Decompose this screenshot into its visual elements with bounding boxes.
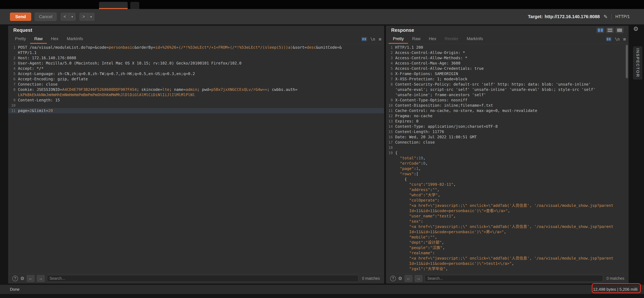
code-line: 8Cookie: JSESSIONID=A4CD4E79F3B246F52686… (8, 87, 384, 92)
help-icon[interactable]: ? (12, 276, 18, 281)
code-line: 15Content-Length: 11776 (386, 129, 628, 134)
line-number: 12 (386, 113, 395, 119)
code-line: "rows":[ (386, 171, 628, 177)
help-icon[interactable]: ? (390, 276, 396, 281)
line-number: 8 (8, 87, 18, 92)
target-label: Target: (528, 14, 543, 19)
columns-view-icon[interactable] (606, 37, 612, 41)
request-tab-bar: PrettyRawHexMarkInfo \n ≡ (8, 35, 384, 44)
repeater-message-tab-add[interactable] (130, 2, 139, 9)
code-line: 10Content-Disposition: inline;filename=f… (386, 103, 628, 108)
code-line: "<a href=\"javascript:;\" onclick=\"addT… (386, 203, 628, 208)
response-editor[interactable]: 1HTTP/1.1 2002Access-Control-Allow-Origi… (386, 44, 628, 273)
history-back-dropdown[interactable]: ▾ (69, 13, 76, 21)
line-number (386, 198, 395, 203)
editor-menu-button[interactable]: ≡ (379, 36, 382, 42)
code-line: 2Access-Control-Allow-Origin: * (386, 50, 628, 55)
code-line: 5Access-Control-Allow-Credentials: true (386, 66, 628, 71)
request-editor-icons: \n ≡ (362, 36, 382, 44)
request-match-count: 0 matches (362, 276, 380, 281)
editor-menu-button[interactable]: ≡ (623, 36, 626, 42)
code-line: 12Pragma: no-cache (386, 113, 628, 119)
inspector-collapsed-tab[interactable]: INSPECTOR (633, 47, 642, 79)
prev-match-button[interactable]: ← (27, 275, 34, 282)
line-number (386, 224, 395, 229)
tab-raw[interactable]: Raw (30, 35, 47, 44)
code-line: 18 (386, 145, 628, 150)
line-number: 14 (386, 124, 395, 129)
code-line: "errCode":0, (386, 161, 628, 166)
response-search-input[interactable] (425, 275, 603, 282)
code-line: 14Content-Type: application/json;charset… (386, 124, 628, 129)
code-line: 8Content-Security-Policy: default-src 's… (386, 82, 628, 87)
code-line: "people":"汉族", (386, 245, 628, 250)
tab-pretty[interactable]: Pretty (11, 35, 30, 44)
response-scrollbar-thumb[interactable] (626, 45, 628, 78)
code-line: "zgxl":"大学毕业", (386, 266, 628, 271)
layout-stacked-button[interactable] (606, 28, 614, 33)
line-number: 6 (386, 71, 395, 76)
tab-hex[interactable]: Hex (47, 35, 63, 44)
line-number (386, 214, 395, 219)
response-search-bar: ? ⚙ ← → 0 matches (386, 273, 628, 283)
settings-gear-icon[interactable]: ⚙ (633, 26, 638, 32)
line-number (386, 235, 395, 240)
code-line: 6X-Frame-Options: SAMEORIGIN (386, 71, 628, 76)
target-url: http://172.16.140.176:8088 (545, 14, 600, 19)
code-line: "whcd":"大学", (386, 192, 628, 198)
code-line: 6Accept-Encoding: gzip, deflate (8, 76, 384, 82)
next-match-button[interactable]: → (37, 275, 44, 282)
response-panel: Response PrettyRawHexRenderMarkInfo \n ≡… (386, 26, 628, 283)
edit-target-icon[interactable]: ✎ (604, 14, 608, 20)
code-line: 4Access-Control-Max-Age: 3600 (386, 61, 628, 66)
search-settings-gear-icon[interactable]: ⚙ (20, 276, 24, 281)
line-number: 10 (8, 103, 18, 108)
line-number: 1 (386, 45, 395, 50)
line-number: 8 (386, 82, 395, 87)
tab-raw[interactable]: Raw (408, 35, 425, 44)
newline-toggle-button[interactable]: \n (615, 37, 620, 42)
code-line: 4Accept: */* (8, 66, 384, 71)
code-line: "<a href=\"javascript:;\" onclick=\"addT… (386, 256, 628, 261)
columns-view-icon[interactable] (362, 37, 367, 41)
code-line: "page":1, (386, 166, 628, 171)
code-line: 17Connection: close (386, 140, 628, 145)
newline-toggle-button[interactable]: \n (370, 37, 375, 42)
line-number (386, 266, 395, 271)
line-number: 3 (8, 61, 18, 66)
tab-hex[interactable]: Hex (425, 35, 440, 44)
tab-render: Render (440, 35, 463, 44)
toolbar-right-cluster: Target: http://172.16.140.176:8088 ✎ HTT… (528, 14, 630, 20)
tab-markinfo[interactable]: MarkInfo (462, 35, 487, 44)
search-settings-gear-icon[interactable]: ⚙ (398, 276, 402, 281)
tab-markinfo[interactable]: MarkInfo (63, 35, 87, 44)
tab-pretty[interactable]: Pretty (389, 35, 408, 44)
code-line: 7Connection: close (8, 82, 384, 87)
line-number: 6 (8, 76, 18, 82)
line-number: 3 (386, 55, 395, 61)
line-number: 4 (8, 66, 18, 71)
code-line: Id=11&id=11&code=personbasic')\">男<\/a>"… (386, 229, 628, 235)
line-number: 19 (386, 150, 395, 156)
response-title-row: Response (386, 26, 628, 35)
cancel-button[interactable]: Cancel (35, 13, 57, 21)
layout-side-by-side-button[interactable] (596, 28, 604, 33)
request-editor[interactable]: 1POST /oa/visual/moduleList.do?op=&code=… (8, 44, 384, 273)
send-button[interactable]: Send (10, 13, 31, 21)
request-search-input[interactable] (47, 275, 358, 282)
history-forward-button[interactable]: > (80, 13, 88, 21)
layout-single-button[interactable] (616, 28, 624, 33)
code-line: 5Accept-Language: zh-CN,zh;q=0.8,zh-TW;q… (8, 71, 384, 76)
status-done-text: Done (10, 287, 20, 292)
line-number: 15 (386, 129, 395, 134)
line-number (8, 50, 18, 55)
history-back-button[interactable]: < (61, 13, 69, 21)
repeater-message-tab-active[interactable] (99, 2, 128, 9)
prev-match-button[interactable]: ← (405, 275, 412, 282)
http-version-selector[interactable]: HTTP/1 (615, 14, 630, 19)
code-line: "user_name":"test1", (386, 214, 628, 219)
history-forward-dropdown[interactable]: ▾ (88, 13, 94, 21)
top-tab-strip (0, 0, 644, 9)
next-match-button[interactable]: → (415, 275, 422, 282)
line-number (386, 87, 395, 92)
